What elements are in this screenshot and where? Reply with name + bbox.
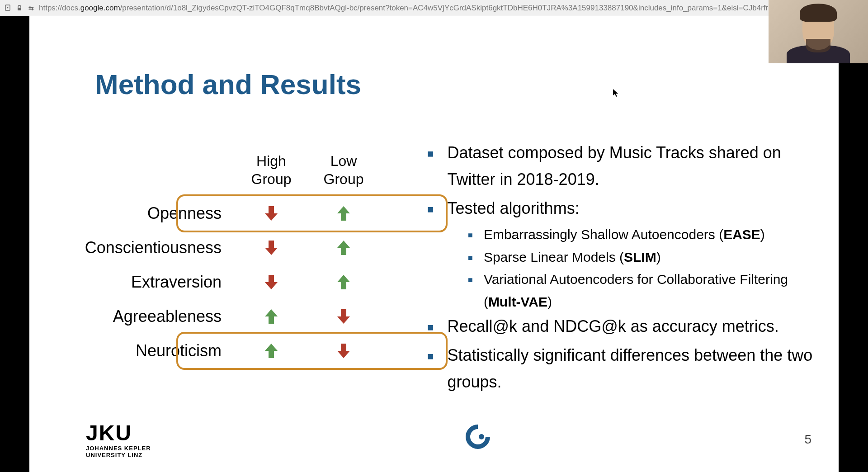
lock-icon	[15, 4, 24, 12]
trait-label: Extraversion	[81, 273, 235, 292]
jku-logo: JKU JOHANNES KEPLER UNIVERSITY LINZ	[86, 420, 151, 458]
bullet-level-2: ■Variational Autoencoders for Collaborat…	[468, 268, 825, 313]
arrow-up-icon	[235, 307, 307, 326]
content-bullets: ■Dataset composed by Music Tracks shared…	[427, 139, 825, 397]
arrow-down-icon	[307, 307, 380, 326]
trait-label: Conscientiousness	[81, 238, 235, 257]
table-header: . High Group Low Group	[81, 152, 398, 188]
arrow-up-icon	[307, 273, 380, 291]
center-logo	[464, 423, 491, 456]
webcam-overlay	[769, 0, 868, 63]
bullet-square-icon: ■	[468, 251, 473, 269]
bullet-text: Sparse Linear Models (SLIM)	[484, 246, 661, 269]
bullet-level-1: ■Statistically significant differences b…	[427, 342, 825, 396]
arrow-down-icon	[307, 342, 380, 360]
shield-icon	[4, 4, 12, 12]
col-header-low: Low Group	[307, 152, 380, 188]
slide-title: Method and Results	[95, 68, 361, 100]
bullet-level-1: ■Dataset composed by Music Tracks shared…	[427, 139, 825, 193]
table-row: Extraversion	[81, 265, 398, 299]
table-row: Conscientiousness	[81, 231, 398, 265]
bullet-text: Statistically significant differences be…	[448, 342, 826, 396]
bullet-text: Tested algorithms:	[448, 195, 580, 222]
arrow-up-icon	[307, 204, 380, 222]
bullet-level-1: ■Tested algorithms:	[427, 195, 825, 222]
slide-footer: JKU JOHANNES KEPLER UNIVERSITY LINZ 5	[29, 420, 839, 458]
arrow-down-icon	[235, 239, 307, 257]
arrow-down-icon	[235, 204, 307, 222]
bullet-square-icon: ■	[427, 200, 434, 222]
presentation-slide[interactable]: Method and Results . High Group Low Grou…	[29, 16, 839, 472]
url-text[interactable]: https://docs.google.com/presentation/d/1…	[39, 4, 864, 13]
bullet-text: Recall@k and NDCG@k as accuracy metrics.	[448, 313, 779, 340]
bullet-level-1: ■Recall@k and NDCG@k as accuracy metrics…	[427, 313, 825, 340]
arrow-up-icon	[235, 342, 307, 360]
svg-point-3	[479, 434, 484, 439]
bullet-square-icon: ■	[468, 229, 473, 246]
letterbox-right	[839, 16, 868, 472]
arrow-down-icon	[235, 273, 307, 291]
bullet-text: Embarrassingly Shallow Autoencoders (EAS…	[484, 223, 765, 246]
bullet-text: Variational Autoencoders for Collaborati…	[484, 268, 825, 313]
svg-rect-2	[18, 8, 21, 10]
bullet-level-2: ■Sparse Linear Models (SLIM)	[468, 246, 825, 269]
bullet-square-icon: ■	[468, 274, 473, 313]
trait-label: Openness	[81, 204, 235, 223]
bullet-square-icon: ■	[427, 347, 434, 396]
page-number: 5	[804, 432, 811, 447]
col-header-high: High Group	[235, 152, 307, 188]
trait-label: Neuroticism	[81, 341, 235, 360]
table-row: Neuroticism	[81, 334, 398, 368]
mouse-cursor	[613, 89, 619, 100]
bullet-square-icon: ■	[427, 145, 434, 193]
toggle-icon: ⇆	[27, 4, 35, 12]
trait-table: . High Group Low Group OpennessConscient…	[81, 152, 398, 368]
bullet-level-2: ■Embarrassingly Shallow Autoencoders (EA…	[468, 223, 825, 246]
svg-point-1	[7, 7, 9, 8]
letterbox-left	[0, 16, 29, 472]
browser-address-bar[interactable]: ⇆ https://docs.google.com/presentation/d…	[0, 0, 868, 16]
table-row: Openness	[81, 196, 398, 231]
table-row: Agreeableness	[81, 299, 398, 334]
bullet-text: Dataset composed by Music Tracks shared …	[448, 139, 826, 193]
bullet-square-icon: ■	[427, 318, 434, 340]
arrow-up-icon	[307, 239, 380, 257]
trait-label: Agreeableness	[81, 307, 235, 326]
sub-bullet-group: ■Embarrassingly Shallow Autoencoders (EA…	[427, 223, 825, 313]
